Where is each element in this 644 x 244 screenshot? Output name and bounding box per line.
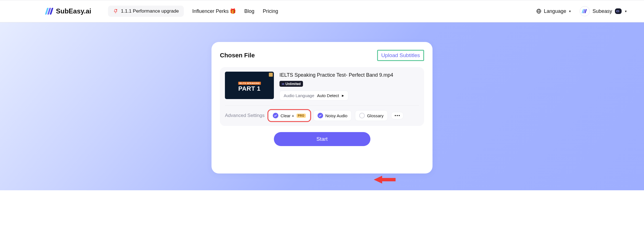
app-logo[interactable]: SubEasy.ai bbox=[45, 7, 91, 15]
card-title: Chosen File bbox=[220, 52, 255, 59]
audio-language-selector[interactable]: Audio Language Auto Detect ▶ bbox=[279, 91, 348, 100]
language-selector[interactable]: Language ▼ bbox=[536, 8, 571, 14]
plan-badge-icon bbox=[615, 8, 622, 14]
unchecked-icon bbox=[359, 113, 365, 118]
advanced-settings-label: Advanced Settings bbox=[225, 113, 265, 118]
ellipsis-icon bbox=[395, 115, 400, 116]
user-name: Subeasy bbox=[593, 8, 612, 14]
divider bbox=[225, 105, 419, 106]
card-header: Chosen File Upload Subtitles bbox=[220, 50, 424, 61]
pro-badge: PRO bbox=[297, 114, 306, 118]
thumbnail-tag: IELTS SPEAKING bbox=[238, 82, 261, 85]
chevron-right-icon: ▶ bbox=[342, 94, 344, 97]
file-info: IELTS Speaking Practice Test- Perfect Ba… bbox=[279, 72, 393, 100]
plan-badge-label: Unlimited bbox=[285, 82, 301, 86]
audio-language-label: Audio Language bbox=[284, 93, 314, 98]
start-button[interactable]: Start bbox=[274, 132, 370, 146]
main-area: Chosen File Upload Subtitles IELTS SPEAK… bbox=[0, 22, 644, 190]
language-label: Language bbox=[544, 8, 566, 14]
arrow-annotation-icon bbox=[374, 174, 396, 186]
file-name: IELTS Speaking Practice Test- Perfect Ba… bbox=[279, 72, 393, 78]
option-noisy-audio[interactable]: Noisy Audio bbox=[313, 110, 352, 121]
start-row: Start bbox=[220, 132, 424, 146]
thumbnail-badge-icon bbox=[269, 73, 273, 77]
svg-point-3 bbox=[116, 9, 117, 11]
nav-influencer-label: Influencer Perks bbox=[192, 8, 229, 14]
app-header: SubEasy.ai 1.1.1 Performance upgrade Inf… bbox=[0, 0, 644, 22]
infinity-icon: ∞ bbox=[282, 82, 284, 86]
chevron-down-icon: ▼ bbox=[624, 10, 627, 13]
svg-marker-9 bbox=[374, 176, 396, 184]
option-noisy-label: Noisy Audio bbox=[325, 113, 347, 118]
upload-subtitles-button[interactable]: Upload Subtitles bbox=[377, 50, 424, 61]
user-menu[interactable]: Subeasy ▼ bbox=[580, 6, 627, 16]
upgrade-notice[interactable]: 1.1.1 Performance upgrade bbox=[108, 6, 184, 17]
chevron-down-icon: ▼ bbox=[568, 10, 571, 13]
upgrade-text: 1.1.1 Performance upgrade bbox=[121, 8, 179, 14]
nav-pricing[interactable]: Pricing bbox=[263, 8, 278, 14]
file-row: IELTS SPEAKING PART 1 IELTS Speaking Pra… bbox=[225, 72, 419, 105]
nav-blog[interactable]: Blog bbox=[244, 8, 254, 14]
option-clear-plus-label: Clear + bbox=[281, 113, 294, 118]
nav-influencer-perks[interactable]: Influencer Perks 🎁 bbox=[192, 8, 236, 14]
plan-badge: ∞ Unlimited bbox=[279, 81, 303, 87]
audio-language-value: Auto Detect bbox=[317, 93, 339, 98]
thumbnail-part: PART 1 bbox=[238, 85, 261, 92]
advanced-settings-row: Advanced Settings Clear + PRO Noisy Audi… bbox=[225, 110, 419, 121]
option-glossary[interactable]: Glossary bbox=[355, 110, 388, 121]
file-panel: IELTS SPEAKING PART 1 IELTS Speaking Pra… bbox=[220, 67, 424, 126]
file-thumbnail: IELTS SPEAKING PART 1 bbox=[225, 72, 274, 99]
globe-icon bbox=[536, 8, 542, 14]
logo-text: SubEasy.ai bbox=[56, 7, 91, 15]
chosen-file-card: Chosen File Upload Subtitles IELTS SPEAK… bbox=[211, 42, 433, 173]
check-icon bbox=[318, 113, 323, 118]
logo-icon bbox=[45, 7, 53, 15]
check-icon bbox=[273, 113, 278, 118]
avatar bbox=[580, 6, 590, 16]
option-clear-plus[interactable]: Clear + PRO bbox=[269, 110, 310, 121]
gift-icon: 🎁 bbox=[230, 8, 236, 14]
more-options-button[interactable] bbox=[391, 112, 403, 119]
bell-icon bbox=[113, 9, 118, 14]
option-glossary-label: Glossary bbox=[367, 113, 384, 118]
